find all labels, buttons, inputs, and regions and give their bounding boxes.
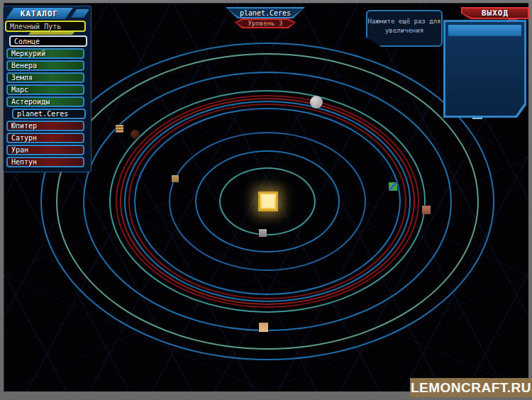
sidebar-item-label: Млечный Путь xyxy=(10,23,61,30)
tooltip-line-2: увеличения xyxy=(367,26,441,35)
sidebar-item-mars[interactable]: Марс xyxy=(6,84,84,95)
sidebar-item-label: planet.Ceres xyxy=(17,110,68,118)
preview-panel-body xyxy=(445,22,524,116)
sidebar-item-label: Нептун xyxy=(11,158,37,166)
catalog-header-label: КАТАЛОГ xyxy=(21,9,58,18)
planet-saturn-sprite[interactable] xyxy=(259,323,268,332)
sidebar-item-neptune[interactable]: Нептун xyxy=(6,157,84,167)
selected-body-banner: planet.Ceres xyxy=(226,7,305,18)
sidebar-item-ceres[interactable]: planet.Ceres xyxy=(12,109,86,119)
sidebar-item-venus[interactable]: Венера xyxy=(6,60,84,71)
planet-jupiter-sprite[interactable] xyxy=(116,125,123,133)
zoom-hint-tooltip: Нажмите ещё раз для увеличения xyxy=(366,10,443,47)
sidebar-item-uranus[interactable]: Уран xyxy=(6,145,84,155)
sidebar-item-mercury[interactable]: Меркурий xyxy=(6,48,84,59)
exit-button-label: ВЫХОД xyxy=(482,9,509,18)
exit-button[interactable]: ВЫХОД xyxy=(461,7,529,19)
sidebar-item-jupiter[interactable]: Юпитер xyxy=(6,121,84,131)
asteroid-sprite[interactable] xyxy=(131,130,140,139)
sidebar-item-milky-way[interactable]: Млечный Путь xyxy=(5,21,86,32)
sidebar-item-label: Уран xyxy=(11,146,28,154)
watermark: LEMONCRAFT.RU xyxy=(410,378,532,397)
sidebar-item-sun[interactable]: Солнце xyxy=(9,35,87,47)
preview-panel-header xyxy=(448,25,521,36)
sidebar-item-saturn[interactable]: Сатурн xyxy=(6,133,84,143)
planet-earth-sprite[interactable] xyxy=(389,182,397,191)
window-frame: КАТАЛОГ Млечный Путь Солнце Меркурий Вен… xyxy=(0,0,532,400)
planet-mars-sprite[interactable] xyxy=(422,206,431,214)
sidebar-item-label: Марс xyxy=(11,86,28,94)
sidebar-item-label: Юпитер xyxy=(11,122,37,130)
tier-banner: Уровень 3 xyxy=(235,18,296,28)
planet-mercury-sprite[interactable] xyxy=(172,175,179,182)
selected-body-label: planet.Ceres xyxy=(240,9,291,17)
sidebar-item-label: Земля xyxy=(11,74,33,82)
sidebar-item-asteroids[interactable]: Астероиды xyxy=(6,96,84,107)
tooltip-line-1: Нажмите ещё раз для xyxy=(367,17,441,26)
sun[interactable] xyxy=(258,191,278,211)
sidebar-item-label: Венера xyxy=(11,62,37,70)
sidebar-item-earth[interactable]: Земля xyxy=(6,72,84,83)
sidebar-item-label: Астероиды xyxy=(11,98,50,106)
tier-label: Уровень 3 xyxy=(248,20,283,27)
planet-venus-sprite[interactable] xyxy=(259,229,267,237)
sidebar-item-label: Сатурн xyxy=(11,134,37,142)
sidebar-item-label: Меркурий xyxy=(11,50,45,57)
preview-panel xyxy=(443,20,526,118)
planet-ceres-sprite[interactable] xyxy=(310,96,323,109)
catalog-header: КАТАЛОГ xyxy=(6,8,73,19)
watermark-label: LEMONCRAFT.RU xyxy=(411,380,531,396)
sidebar-item-label: Солнце xyxy=(14,38,40,45)
